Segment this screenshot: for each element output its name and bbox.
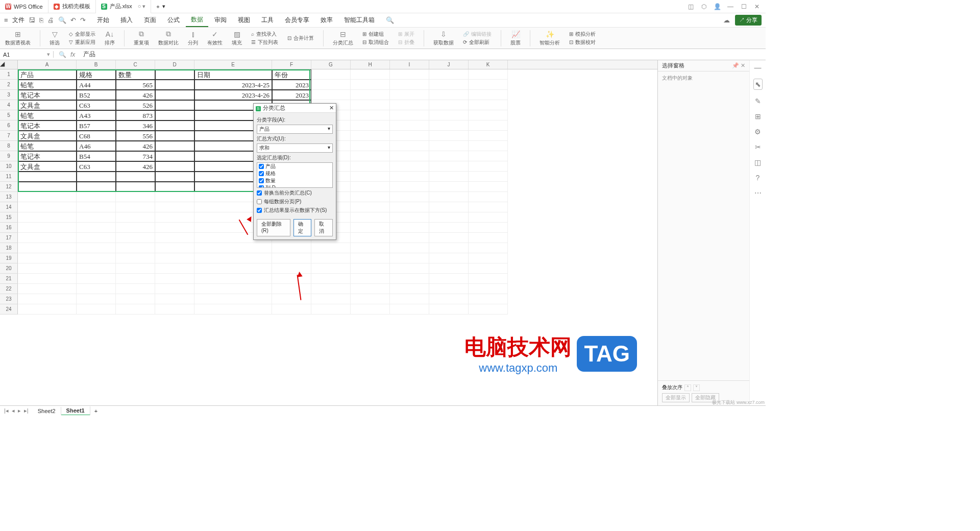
cell[interactable] xyxy=(116,172,155,182)
list-item[interactable]: 数量 xyxy=(257,177,332,184)
cell[interactable] xyxy=(429,253,469,263)
cell[interactable] xyxy=(272,274,311,284)
filter-button[interactable]: ▽筛选 xyxy=(50,30,60,46)
cell[interactable] xyxy=(155,172,194,182)
cell[interactable] xyxy=(116,192,155,202)
cell[interactable] xyxy=(194,253,272,263)
cell[interactable] xyxy=(429,100,469,110)
cell[interactable] xyxy=(116,263,155,274)
duplicates-button[interactable]: ⧉重复项 xyxy=(134,30,149,46)
row-header[interactable]: 6 xyxy=(0,120,18,131)
cell[interactable]: B57 xyxy=(77,120,116,131)
cell[interactable] xyxy=(469,192,508,202)
cell[interactable]: C63 xyxy=(77,161,116,172)
checkbox[interactable] xyxy=(259,171,264,176)
row-header[interactable]: 18 xyxy=(0,243,18,253)
row-header[interactable]: 20 xyxy=(0,263,18,274)
pivot-table-button[interactable]: ⊞数据透视表 xyxy=(5,30,31,46)
cell[interactable] xyxy=(77,294,116,304)
cell[interactable] xyxy=(429,304,469,315)
row-header[interactable]: 9 xyxy=(0,151,18,161)
cell[interactable] xyxy=(390,212,429,223)
cell[interactable]: A43 xyxy=(77,110,116,120)
cell[interactable]: 346 xyxy=(116,120,155,131)
menu-tools[interactable]: 工具 xyxy=(256,14,279,27)
cell[interactable] xyxy=(351,172,390,182)
cell[interactable] xyxy=(18,182,77,192)
cell[interactable] xyxy=(351,161,390,172)
cell[interactable] xyxy=(469,274,508,284)
tab-template[interactable]: ◆ 找稻壳模板 xyxy=(48,0,96,13)
cell[interactable] xyxy=(351,304,390,315)
cube-icon[interactable]: ⬡ xyxy=(700,3,707,10)
compare-button[interactable]: ⧉数据对比 xyxy=(158,30,179,46)
cell[interactable] xyxy=(429,90,469,100)
cell[interactable] xyxy=(18,172,77,182)
list-item[interactable]: 列 D xyxy=(257,184,332,188)
cell[interactable] xyxy=(18,202,77,212)
move-down-button[interactable]: ˅ xyxy=(693,384,700,391)
cell[interactable] xyxy=(77,253,116,263)
show-all-button[interactable]: 全部显示 xyxy=(662,393,690,402)
cell[interactable] xyxy=(194,294,272,304)
cell[interactable] xyxy=(155,223,194,233)
dropdown-list-button[interactable]: ☰ 下拉列表 xyxy=(251,39,278,46)
cell[interactable] xyxy=(116,202,155,212)
menu-view[interactable]: 视图 xyxy=(233,14,255,27)
row-header[interactable]: 15 xyxy=(0,212,18,223)
cell[interactable]: 565 xyxy=(116,80,155,90)
cell[interactable] xyxy=(351,131,390,141)
cell[interactable] xyxy=(155,131,194,141)
sheet-tab-active[interactable]: Sheet1 xyxy=(61,406,90,416)
row-header[interactable]: 10 xyxy=(0,161,18,172)
cell[interactable]: C68 xyxy=(77,131,116,141)
cell[interactable] xyxy=(469,120,508,131)
split-button[interactable]: ⫿分列 xyxy=(188,30,198,46)
cell[interactable]: 笔记本 xyxy=(18,90,77,100)
cell[interactable] xyxy=(18,223,77,233)
cell[interactable] xyxy=(311,253,351,263)
cell[interactable] xyxy=(272,284,311,294)
cell[interactable] xyxy=(351,202,390,212)
cell[interactable]: 文具盒 xyxy=(18,161,77,172)
cell[interactable] xyxy=(351,80,390,90)
cell[interactable]: 笔记本 xyxy=(18,120,77,131)
cell[interactable] xyxy=(469,90,508,100)
cell[interactable] xyxy=(155,151,194,161)
cell[interactable] xyxy=(429,223,469,233)
cell[interactable] xyxy=(272,263,311,274)
cell[interactable]: 铅笔 xyxy=(18,80,77,90)
cell[interactable] xyxy=(469,253,508,263)
cell[interactable] xyxy=(429,120,469,131)
checkbox[interactable] xyxy=(257,199,262,204)
stocks-button[interactable]: 📈股票 xyxy=(510,30,521,46)
cell[interactable] xyxy=(469,212,508,223)
cell[interactable]: 426 xyxy=(116,141,155,151)
cell[interactable]: 2023 xyxy=(272,90,311,100)
collapse-icon[interactable]: — xyxy=(754,63,762,71)
cell[interactable] xyxy=(469,131,508,141)
cell[interactable] xyxy=(351,110,390,120)
search-fx-icon[interactable]: 🔍 xyxy=(59,51,66,58)
cell[interactable] xyxy=(155,110,194,120)
cell[interactable] xyxy=(272,294,311,304)
replace-check[interactable]: 替换当前分类汇总(C) xyxy=(257,189,333,197)
cell[interactable] xyxy=(18,212,77,223)
col-header[interactable]: F xyxy=(272,60,311,69)
tab-file[interactable]: S 产品.xlsx ○ ▾ xyxy=(96,0,152,13)
cell[interactable] xyxy=(155,263,194,274)
cell[interactable] xyxy=(77,223,116,233)
cell[interactable]: A44 xyxy=(77,80,116,90)
cell[interactable] xyxy=(18,233,77,243)
cell[interactable] xyxy=(311,69,351,80)
cell[interactable] xyxy=(194,274,272,284)
cell[interactable] xyxy=(194,263,272,274)
row-header[interactable]: 24 xyxy=(0,304,18,315)
cell[interactable] xyxy=(18,192,77,202)
menu-data[interactable]: 数据 xyxy=(186,13,208,27)
col-header[interactable]: I xyxy=(390,60,429,69)
cell[interactable] xyxy=(155,202,194,212)
sheet-next-icon[interactable]: ▸ xyxy=(18,407,21,414)
cell[interactable] xyxy=(351,284,390,294)
cell[interactable] xyxy=(390,172,429,182)
